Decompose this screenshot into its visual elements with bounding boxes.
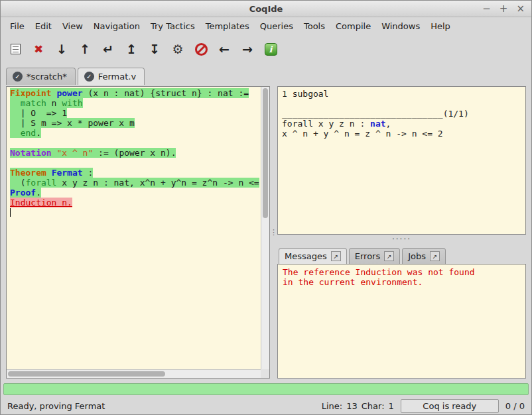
- tab-messages[interactable]: Messages↗: [279, 248, 347, 264]
- char-value: 1: [389, 401, 394, 411]
- tab-label: Errors: [355, 251, 380, 261]
- script-vertical-scrollbar[interactable]: [261, 87, 269, 369]
- horizontal-scrollbar-thumb[interactable]: [8, 371, 165, 377]
- code-line: [10, 138, 261, 148]
- toolbar: ✖↓↑↵↥↧⚙←→i: [1, 34, 531, 64]
- step-back-icon: ↑: [80, 43, 90, 56]
- menu-compile[interactable]: Compile: [330, 19, 376, 33]
- code-line: [10, 208, 261, 217]
- code-line: [10, 158, 261, 168]
- jobs-counter: 0 / 0: [505, 401, 525, 411]
- preferences-button[interactable]: ⚙: [168, 39, 187, 59]
- close-button[interactable]: ✖: [29, 39, 48, 59]
- about-icon: i: [265, 43, 277, 56]
- code-line: _______________________________(1/1): [282, 109, 521, 119]
- script-panel: Fixpoint power (x n : nat) {struct n} : …: [6, 86, 270, 379]
- code-line: Induction n.: [10, 198, 261, 208]
- menu-file[interactable]: File: [5, 19, 30, 33]
- progress-bar: [3, 383, 529, 395]
- vertical-splitter[interactable]: ⋮: [270, 86, 277, 379]
- tab-check-icon: ✓: [84, 72, 94, 82]
- tab-label: Messages: [285, 251, 327, 261]
- scrollbar-corner: [261, 369, 269, 378]
- text-cursor: [10, 208, 11, 217]
- coqide-window: CoqIde − + × FileEditViewNavigationTry T…: [0, 0, 532, 415]
- message-line: in the current environment.: [283, 277, 521, 287]
- code-line: Proof.: [10, 188, 261, 198]
- char-label: Char:: [362, 401, 385, 411]
- code-line: | S m => x * power x m: [10, 118, 261, 128]
- step-forward-button[interactable]: ↓: [52, 39, 71, 59]
- message-line: The reference Induction was not found: [283, 267, 521, 277]
- coq-status: Coq is ready: [401, 399, 499, 413]
- message-tabbar: Messages↗Errors↗Jobs↗: [277, 244, 526, 264]
- interrupt-button[interactable]: [192, 39, 210, 59]
- close-button[interactable]: ×: [516, 4, 525, 14]
- menu-queries[interactable]: Queries: [255, 19, 299, 33]
- vertical-scrollbar-thumb[interactable]: [263, 88, 268, 218]
- tab-label: Fermat.v: [98, 72, 136, 82]
- tab-fermat-v[interactable]: ✓Fermat.v: [78, 68, 145, 85]
- menu-windows[interactable]: Windows: [376, 19, 425, 33]
- script-horizontal-scrollbar[interactable]: [7, 369, 261, 378]
- new-window-button[interactable]: [6, 39, 25, 59]
- preferences-icon: ⚙: [172, 43, 183, 56]
- cursor-position: Line: 13 Char: 1: [322, 401, 394, 411]
- menu-view[interactable]: View: [57, 19, 88, 33]
- code-line: [282, 99, 521, 109]
- right-column: 1 subgoal_______________________________…: [277, 86, 526, 379]
- forward-icon: →: [242, 43, 253, 56]
- goto-start-button[interactable]: ↥: [122, 39, 141, 59]
- step-forward-icon: ↓: [56, 43, 67, 56]
- code-line: forall x y z n : nat,: [282, 119, 521, 129]
- status-text: Ready, proving Fermat: [7, 401, 105, 411]
- tab-jobs[interactable]: Jobs↗: [402, 248, 446, 264]
- goals-panel[interactable]: 1 subgoal_______________________________…: [277, 86, 526, 235]
- splitter-grip-icon: ⋮: [270, 228, 277, 237]
- step-back-button[interactable]: ↑: [76, 39, 94, 59]
- code-line: 1 subgoal: [282, 89, 521, 99]
- splitter-grip-icon: ·····: [392, 235, 411, 244]
- script-editor[interactable]: Fixpoint power (x n : nat) {struct n} : …: [7, 87, 261, 369]
- menubar: FileEditViewNavigationTry TacticsTemplat…: [1, 17, 531, 34]
- code-line: x ^ n + y ^ n = z ^ n -> n <= 2: [282, 129, 521, 139]
- code-line: (forall x y z n : nat, x^n + y^n = z^n -…: [10, 178, 261, 188]
- tab-label: Jobs: [408, 251, 426, 261]
- goto-cursor-icon: ↵: [103, 43, 113, 56]
- window-controls: − + ×: [482, 1, 525, 17]
- tab-errors[interactable]: Errors↗: [349, 248, 400, 264]
- minimize-button[interactable]: −: [482, 4, 491, 14]
- goto-cursor-button[interactable]: ↵: [99, 39, 117, 59]
- menu-try-tactics[interactable]: Try Tactics: [145, 19, 200, 33]
- back-button[interactable]: ←: [215, 39, 233, 59]
- code-line: Notation "x ^ n" := (power x n).: [10, 148, 261, 158]
- code-line: end.: [10, 128, 261, 138]
- new-window-icon: [11, 44, 21, 54]
- menu-templates[interactable]: Templates: [200, 19, 255, 33]
- detach-icon[interactable]: ↗: [430, 251, 440, 261]
- menu-navigation[interactable]: Navigation: [88, 19, 145, 33]
- line-label: Line:: [322, 401, 342, 411]
- tab-label: *scratch*: [27, 72, 67, 82]
- maximize-button[interactable]: +: [499, 4, 508, 14]
- menu-help[interactable]: Help: [425, 19, 456, 33]
- tab-scratch[interactable]: ✓*scratch*: [6, 68, 76, 85]
- horizontal-splitter[interactable]: ·····: [277, 235, 526, 244]
- forward-button[interactable]: →: [238, 39, 257, 59]
- messages-panel[interactable]: The reference Induction was not foundin …: [277, 264, 526, 379]
- code-line: Fixpoint power (x n : nat) {struct n} : …: [10, 88, 261, 98]
- detach-icon[interactable]: ↗: [331, 251, 341, 261]
- menu-tools[interactable]: Tools: [299, 19, 330, 33]
- goto-end-button[interactable]: ↧: [145, 39, 164, 59]
- back-icon: ←: [219, 43, 230, 56]
- titlebar[interactable]: CoqIde − + ×: [1, 1, 531, 17]
- about-button[interactable]: i: [261, 39, 280, 59]
- code-line: match n with: [10, 98, 261, 108]
- close-icon: ✖: [34, 44, 43, 55]
- menu-edit[interactable]: Edit: [30, 19, 57, 33]
- editor-tabbar: ✓*scratch*✓Fermat.v: [1, 64, 531, 85]
- goto-end-icon: ↧: [149, 43, 160, 56]
- code-line: Theorem Fermat :: [10, 168, 261, 178]
- detach-icon[interactable]: ↗: [384, 251, 394, 261]
- statusbar: Ready, proving Fermat Line: 13 Char: 1 C…: [1, 397, 531, 414]
